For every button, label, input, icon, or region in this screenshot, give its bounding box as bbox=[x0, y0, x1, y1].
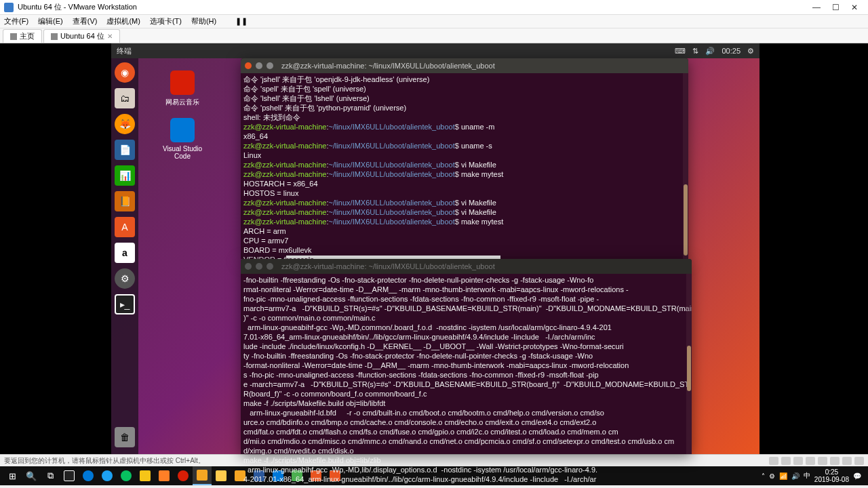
vm-icon bbox=[51, 33, 58, 40]
netease-label: 网易云音乐 bbox=[159, 98, 206, 107]
amazon-icon[interactable]: a bbox=[115, 243, 135, 263]
keyboard-icon[interactable]: ⌨ bbox=[675, 47, 686, 56]
terminal-titlebar[interactable]: zzk@zzk-virtual-machine: ~/linux/IMX6ULL… bbox=[241, 58, 688, 73]
tab-close-icon[interactable]: ✕ bbox=[107, 33, 113, 40]
clock-time: 0:25 bbox=[814, 468, 849, 476]
chevron-up-icon[interactable]: ˄ bbox=[762, 472, 765, 480]
pause-icon[interactable]: ❚❚ bbox=[235, 17, 248, 26]
menu-file[interactable]: 文件(F) bbox=[4, 16, 28, 26]
search-icon[interactable]: 🔍 bbox=[22, 466, 41, 485]
device-display-icon[interactable] bbox=[842, 457, 852, 465]
gear-icon[interactable]: ⚙ bbox=[747, 47, 754, 56]
netease-taskbar-icon[interactable] bbox=[174, 466, 193, 485]
terminal-icon[interactable]: ▸_ bbox=[115, 294, 135, 314]
tray-volume-icon[interactable]: 🔊 bbox=[791, 472, 800, 480]
files-icon[interactable]: 🗂 bbox=[115, 88, 135, 108]
terminal-titlebar-inactive[interactable]: zzk@zzk-virtual-machine: ~/linux/IMX6ULL… bbox=[241, 259, 692, 274]
terminal-title-text: zzk@zzk-virtual-machine: ~/linux/IMX6ULL… bbox=[281, 61, 495, 70]
impress-icon[interactable]: 📙 bbox=[115, 191, 135, 211]
vscode-label: Visual Studio Code bbox=[159, 145, 206, 160]
close-icon[interactable] bbox=[245, 263, 252, 270]
taskview-icon[interactable]: ⧉ bbox=[41, 466, 60, 485]
app-icon-1[interactable] bbox=[136, 466, 155, 485]
menu-vm[interactable]: 虚拟机(M) bbox=[106, 16, 140, 26]
terminal-content[interactable]: -fno-builtin -ffreestanding -Os -fno-sta… bbox=[241, 274, 692, 488]
status-hint-text: 要返回到您的计算机，请将鼠标指针从虚拟机中移出或按 Ctrl+Alt。 bbox=[4, 456, 205, 466]
clock-date: 2019-09-08 bbox=[814, 476, 849, 483]
terminal-scrollbar[interactable] bbox=[686, 274, 692, 454]
tab-home-label: 主页 bbox=[20, 31, 35, 41]
browser-icon[interactable] bbox=[98, 466, 117, 485]
device-usb-icon[interactable] bbox=[806, 457, 815, 465]
app-icon-2[interactable] bbox=[155, 466, 174, 485]
window-minimize-button[interactable]: — bbox=[807, 3, 826, 12]
menu-view[interactable]: 查看(V) bbox=[73, 16, 98, 26]
menu-tabs[interactable]: 选项卡(T) bbox=[150, 16, 182, 26]
maximize-icon[interactable] bbox=[267, 263, 273, 270]
writer-icon[interactable]: 📄 bbox=[115, 140, 135, 160]
vscode-icon bbox=[170, 118, 195, 142]
vmware-title-text: Ubuntu 64 位 - VMware Workstation bbox=[18, 2, 137, 12]
vmware-titlebar: Ubuntu 64 位 - VMware Workstation — ☐ ✕ bbox=[0, 0, 868, 15]
system-tray[interactable]: ˄ ⚙ 📶 🔊 中 0:25 2019-09-08 💬 bbox=[762, 468, 865, 483]
menu-help[interactable]: 帮助(H) bbox=[191, 16, 216, 26]
camera-icon[interactable] bbox=[60, 466, 79, 485]
device-printer-icon[interactable] bbox=[830, 457, 840, 465]
device-hdd-icon[interactable] bbox=[769, 457, 778, 465]
minimize-icon[interactable] bbox=[256, 62, 262, 69]
active-app-label: 终端 bbox=[117, 46, 132, 56]
maximize-icon[interactable] bbox=[267, 62, 273, 69]
terminal-title-text: zzk@zzk-virtual-machine: ~/linux/IMX6ULL… bbox=[281, 262, 495, 271]
vmware-taskbar-icon[interactable] bbox=[193, 466, 212, 485]
software-icon[interactable]: A bbox=[115, 217, 135, 237]
home-icon bbox=[10, 33, 17, 40]
device-sound-icon[interactable] bbox=[818, 457, 827, 465]
guest-vm-viewport[interactable]: 终端 ⌨ ⇅ 🔊 00:25 ⚙ ◉ 🗂 🦊 📄 📊 📙 A a ⚙ ▸_ 🗑 … bbox=[0, 43, 868, 454]
terminal-window-bottom[interactable]: zzk@zzk-virtual-machine: ~/linux/IMX6ULL… bbox=[241, 259, 692, 454]
device-misc-icon[interactable] bbox=[854, 457, 864, 465]
desktop-icon-vscode[interactable]: Visual Studio Code bbox=[159, 118, 206, 160]
terminal-scrollbar[interactable] bbox=[683, 73, 688, 259]
firefox-icon[interactable]: 🦊 bbox=[115, 114, 135, 134]
explorer-icon[interactable] bbox=[212, 466, 231, 485]
device-net-icon[interactable] bbox=[793, 457, 803, 465]
minimize-icon[interactable] bbox=[256, 263, 262, 270]
close-icon[interactable] bbox=[245, 62, 252, 69]
desktop-icon-netease[interactable]: 网易云音乐 bbox=[159, 70, 206, 107]
tab-home[interactable]: 主页 bbox=[3, 29, 42, 43]
notifications-icon[interactable]: 💬 bbox=[853, 472, 861, 480]
tray-ime-icon[interactable]: 中 bbox=[804, 471, 810, 481]
scrollbar-thumb[interactable] bbox=[684, 184, 688, 255]
taskbar-clock[interactable]: 0:25 2019-09-08 bbox=[814, 468, 849, 483]
start-button[interactable]: ⊞ bbox=[3, 466, 22, 485]
tab-vm[interactable]: Ubuntu 64 位 ✕ bbox=[43, 29, 120, 43]
device-cd-icon[interactable] bbox=[781, 457, 791, 465]
trash-icon[interactable]: 🗑 bbox=[115, 427, 135, 447]
tray-net-icon[interactable]: ⚙ bbox=[769, 472, 775, 480]
volume-icon[interactable]: 🔊 bbox=[705, 47, 715, 56]
vmware-menubar: 文件(F) 编辑(E) 查看(V) 虚拟机(M) 选项卡(T) 帮助(H) ❚❚ bbox=[0, 15, 868, 28]
ubuntu-launcher: ◉ 🗂 🦊 📄 📊 📙 A a ⚙ ▸_ 🗑 bbox=[111, 58, 138, 454]
gnome-top-panel: 终端 ⌨ ⇅ 🔊 00:25 ⚙ bbox=[111, 43, 760, 58]
scrollbar-thumb[interactable] bbox=[687, 346, 691, 391]
tab-vm-label: Ubuntu 64 位 bbox=[60, 31, 104, 41]
wechat-icon[interactable] bbox=[117, 466, 136, 485]
window-maximize-button[interactable]: ☐ bbox=[826, 3, 845, 12]
clock-label[interactable]: 00:25 bbox=[722, 47, 741, 55]
tray-wifi-icon[interactable]: 📶 bbox=[779, 472, 787, 480]
terminal-window-top[interactable]: zzk@zzk-virtual-machine: ~/linux/IMX6ULL… bbox=[241, 58, 688, 259]
vmware-tabbar: 主页 Ubuntu 64 位 ✕ bbox=[0, 28, 868, 43]
edge-icon[interactable] bbox=[79, 466, 98, 485]
dash-icon[interactable]: ◉ bbox=[115, 62, 135, 83]
netease-icon bbox=[170, 70, 195, 95]
network-icon[interactable]: ⇅ bbox=[692, 47, 698, 56]
settings-icon[interactable]: ⚙ bbox=[115, 268, 135, 289]
calc-icon[interactable]: 📊 bbox=[115, 165, 135, 186]
window-close-button[interactable]: ✕ bbox=[845, 3, 864, 12]
menu-edit[interactable]: 编辑(E) bbox=[38, 16, 63, 26]
vmware-icon bbox=[4, 3, 14, 12]
